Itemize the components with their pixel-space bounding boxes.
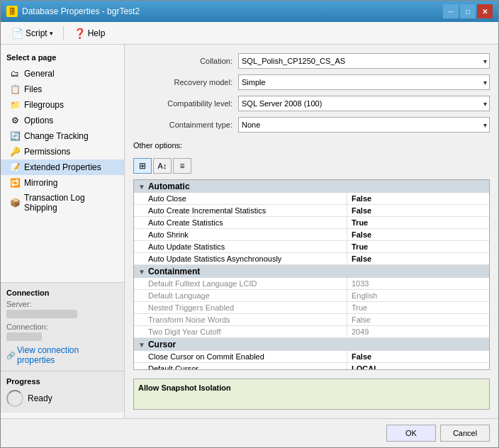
recovery-row: Recovery model: Simple ▾: [133, 74, 490, 90]
sidebar-item-mirroring[interactable]: 🔁 Mirroring: [1, 175, 124, 191]
minimize-button[interactable]: ─: [443, 4, 459, 18]
sidebar-item-general[interactable]: 🗂 General: [1, 66, 124, 82]
sidebar: Select a page 🗂 General 📋 Files 📁 Filegr…: [1, 45, 125, 418]
grid-section-automatic[interactable]: ▼ Automatic: [134, 180, 489, 193]
collation-label: Collation:: [133, 57, 232, 65]
sidebar-item-label: General: [24, 69, 55, 79]
table-row: Transform Noise Words False: [134, 314, 489, 326]
containment-row: Containment type: None ▾: [133, 117, 490, 133]
window-title: Database Properties - bgrTest2: [22, 6, 140, 16]
titlebar-left: 🗄 Database Properties - bgrTest2: [6, 6, 140, 17]
row-value: English: [347, 290, 489, 301]
help-button[interactable]: ❓ Help: [69, 25, 111, 42]
options-grid[interactable]: ▼ Automatic Auto Close False Auto Create…: [133, 179, 490, 370]
table-row: Default Cursor LOCAL: [134, 363, 489, 370]
compatibility-label: Compatibility level:: [133, 99, 232, 108]
sidebar-item-filegroups[interactable]: 📁 Filegroups: [1, 97, 124, 113]
sidebar-item-permissions[interactable]: 🔑 Permissions: [1, 144, 124, 159]
row-value: False: [347, 314, 489, 325]
progress-title: Progress: [6, 377, 118, 386]
mirroring-icon: 🔁: [9, 177, 21, 189]
sidebar-item-files[interactable]: 📋 Files: [1, 82, 124, 97]
options-icon: ⚙: [9, 115, 21, 126]
sidebar-item-label: Options: [24, 116, 53, 125]
connection-section: Connection Server: Connection: 🔗 View co…: [1, 282, 124, 371]
cancel-button[interactable]: Cancel: [440, 425, 490, 442]
table-row: Close Cursor on Commit Enabled False: [134, 351, 489, 363]
grid-section-cursor[interactable]: ▼ Cursor: [134, 338, 489, 351]
sidebar-item-transaction-log-shipping[interactable]: 📦 Transaction Log Shipping: [1, 191, 124, 215]
content-area: Collation: SQL_Polish_CP1250_CS_AS ▾ Rec…: [125, 45, 498, 418]
table-view-button[interactable]: ≡: [173, 158, 191, 174]
containment-select[interactable]: None: [238, 117, 490, 133]
titlebar: 🗄 Database Properties - bgrTest2 ─ □ ✕: [1, 1, 498, 22]
view-connection-label: View connection properties: [17, 345, 118, 365]
containment-section-label: Containment: [148, 267, 200, 276]
row-name: Auto Shrink: [134, 229, 347, 240]
row-value: True: [347, 217, 489, 228]
row-name: Auto Close: [134, 193, 347, 204]
collation-row: Collation: SQL_Polish_CP1250_CS_AS ▾: [133, 53, 490, 69]
collation-select-wrapper: SQL_Polish_CP1250_CS_AS ▾: [238, 53, 490, 69]
sidebar-title: Select a page: [1, 50, 124, 66]
ok-button[interactable]: OK: [386, 425, 436, 442]
row-name: Default Cursor: [134, 363, 347, 370]
connection-link-icon: 🔗: [6, 352, 15, 359]
table-row: Auto Shrink False: [134, 229, 489, 241]
sidebar-item-change-tracking[interactable]: 🔄 Change Tracking: [1, 128, 124, 144]
sort-az-button[interactable]: A↕: [153, 158, 172, 174]
bottom-panel-text: Allow Snapshot Isolation: [138, 383, 485, 392]
dialog-footer: OK Cancel: [1, 418, 498, 447]
table-row: Two Digit Year Cutoff 2049: [134, 326, 489, 338]
script-label: Script: [26, 28, 47, 38]
filegroups-icon: 📁: [9, 99, 21, 111]
collation-select[interactable]: SQL_Polish_CP1250_CS_AS: [238, 53, 490, 69]
automatic-collapse-icon: ▼: [138, 183, 145, 191]
script-button[interactable]: 📄 Script ▾: [6, 25, 58, 42]
app-icon: 🗄: [6, 6, 18, 17]
connection-title: Connection: [6, 289, 118, 297]
row-name: Auto Update Statistics Asynchronously: [134, 253, 347, 264]
row-name: Auto Create Statistics: [134, 217, 347, 228]
row-name: Two Digit Year Cutoff: [134, 326, 347, 337]
sidebar-item-label: Filegroups: [24, 100, 64, 110]
progress-status: Ready: [28, 393, 52, 403]
change-tracking-icon: 🔄: [9, 130, 21, 142]
row-name: Transform Noise Words: [134, 314, 347, 325]
general-icon: 🗂: [9, 68, 21, 79]
compatibility-select-wrapper: SQL Server 2008 (100) ▾: [238, 96, 490, 111]
bottom-panel: Allow Snapshot Isolation: [133, 379, 490, 410]
spinner-icon: [6, 390, 23, 407]
row-value: True: [347, 302, 489, 313]
progress-section: Progress Ready: [1, 371, 124, 413]
recovery-select[interactable]: Simple: [238, 74, 490, 90]
other-options-label: Other options:: [133, 141, 490, 150]
sort-category-button[interactable]: ⊞: [133, 158, 152, 174]
files-icon: 📋: [9, 84, 21, 95]
titlebar-controls: ─ □ ✕: [443, 4, 493, 18]
sidebar-item-options[interactable]: ⚙ Options: [1, 113, 124, 128]
compatibility-select[interactable]: SQL Server 2008 (100): [238, 96, 490, 111]
connection-value: [6, 332, 42, 341]
toolbar-separator: [63, 26, 64, 40]
table-row: Nested Triggers Enabled True: [134, 302, 489, 314]
sidebar-item-extended-properties[interactable]: 📝 Extended Properties: [1, 159, 124, 175]
options-toolbar: ⊞ A↕ ≡: [133, 158, 490, 174]
sidebar-item-label: Files: [24, 84, 42, 94]
recovery-label: Recovery model:: [133, 78, 232, 86]
row-name: Close Cursor on Commit Enabled: [134, 351, 347, 362]
table-row: Default Fulltext Language LCID 1033: [134, 278, 489, 290]
view-connection-link[interactable]: 🔗 View connection properties: [6, 345, 118, 365]
row-value: False: [347, 193, 489, 204]
script-icon: 📄: [11, 28, 23, 39]
progress-spinner: Ready: [6, 390, 118, 407]
sidebar-item-label: Transaction Log Shipping: [24, 193, 118, 213]
grid-section-containment[interactable]: ▼ Containment: [134, 265, 489, 278]
close-button[interactable]: ✕: [477, 4, 493, 18]
table-row: Default Language English: [134, 290, 489, 302]
sidebar-item-label: Change Tracking: [24, 131, 89, 141]
cursor-collapse-icon: ▼: [138, 341, 145, 349]
maximize-button[interactable]: □: [460, 4, 476, 18]
row-value: False: [347, 351, 489, 362]
row-value: LOCAL: [347, 363, 489, 370]
